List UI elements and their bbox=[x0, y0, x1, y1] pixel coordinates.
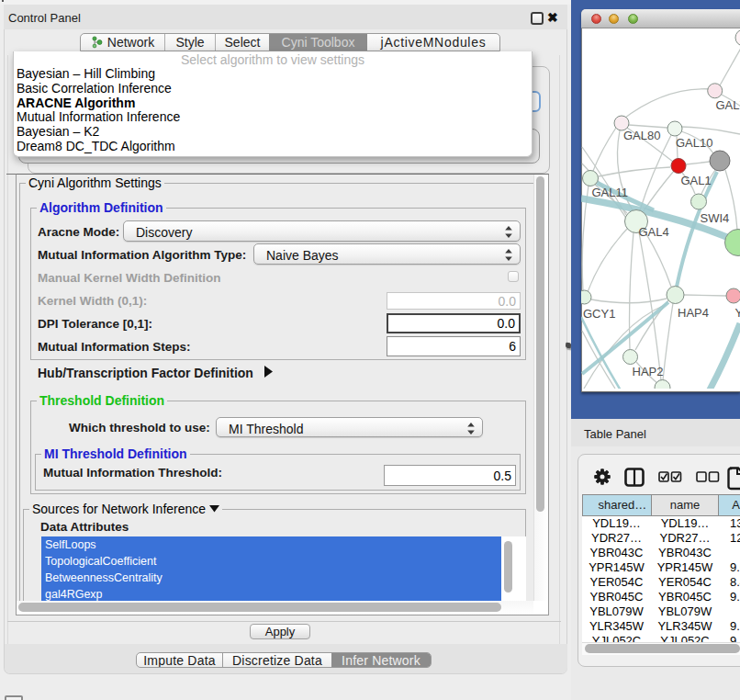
svg-text:GAL1: GAL1 bbox=[681, 174, 712, 187]
svg-text:HAP2: HAP2 bbox=[633, 365, 664, 378]
svg-text:SWI4: SWI4 bbox=[701, 211, 730, 225]
svg-text:GAL7: GAL7 bbox=[716, 98, 740, 112]
svg-text:GAL80: GAL80 bbox=[623, 129, 660, 142]
svg-text:GAL10: GAL10 bbox=[676, 136, 712, 150]
svg-text:HAP4: HAP4 bbox=[678, 306, 709, 320]
svg-text:GAL4: GAL4 bbox=[639, 225, 669, 239]
svg-text:GCY1: GCY1 bbox=[583, 307, 615, 321]
svg-text:GAL11: GAL11 bbox=[592, 186, 629, 199]
svg-text:YBR: YBR bbox=[735, 306, 740, 320]
